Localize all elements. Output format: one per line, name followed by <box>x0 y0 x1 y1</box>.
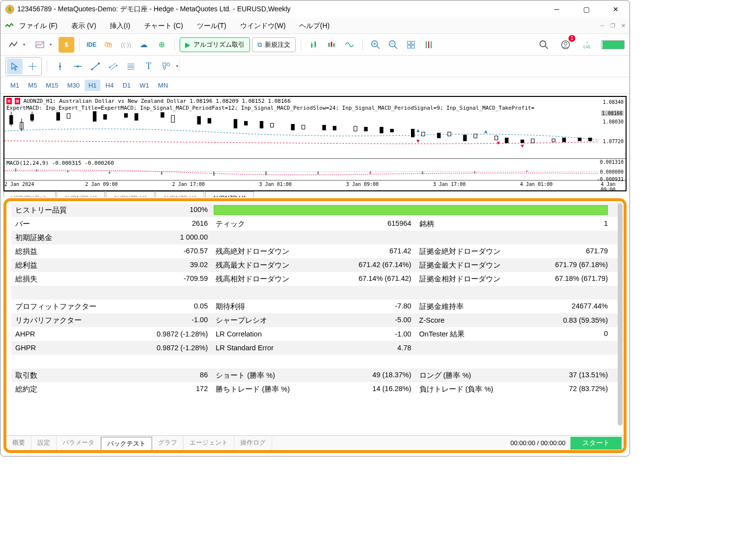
report-row <box>11 355 619 368</box>
chart-tab[interactable]: AUDNZD,H1 <box>57 191 105 197</box>
dollar-button[interactable]: $ <box>59 37 74 53</box>
svg-rect-69 <box>333 126 336 130</box>
signal-button[interactable]: ((·)) <box>118 37 134 53</box>
candles-up-icon[interactable] <box>306 37 322 53</box>
menu-view[interactable]: 表示 (V) <box>71 22 96 30</box>
svg-rect-67 <box>302 125 305 129</box>
chart-tab[interactable]: AUDNZD,H1 <box>106 191 155 197</box>
vps-button[interactable]: ☁ <box>136 37 152 53</box>
timeframe-M1[interactable]: M1 <box>6 80 23 91</box>
text-tool[interactable]: T <box>141 59 157 74</box>
report-tab-概要[interactable]: 概要 <box>6 436 32 450</box>
svg-rect-72 <box>380 127 383 133</box>
shapes-dropdown[interactable] <box>158 59 174 74</box>
svg-rect-83 <box>531 139 534 143</box>
timeframe-M30[interactable]: M30 <box>63 80 83 91</box>
timeframe-M5[interactable]: M5 <box>24 80 41 91</box>
svg-rect-55 <box>103 115 106 120</box>
report-row: AHPR0.9872 (-1.28%)LR Correlation-1.00On… <box>11 327 619 341</box>
mt5-icon <box>4 22 13 30</box>
menubar: ファイル (F) 表示 (V) 挿入(I) チャート (C) ツール(T) ウイ… <box>0 18 630 34</box>
svg-point-24 <box>562 41 569 49</box>
xaxis-tick: 4 Jan 01:00 <box>520 182 552 187</box>
child-minimize-icon[interactable]: ─ <box>600 23 604 29</box>
alerts-button[interactable] <box>558 37 573 53</box>
report-tab-パラメータ[interactable]: パラメータ <box>57 436 101 450</box>
timeframe-H4[interactable]: H4 <box>101 80 118 91</box>
cursor-tool[interactable] <box>7 59 23 74</box>
report-tab-バックテスト[interactable]: バックテスト <box>101 437 152 451</box>
maximize-button[interactable]: ▢ <box>577 5 595 13</box>
timeframe-H1[interactable]: H1 <box>85 80 101 91</box>
timeframe-D1[interactable]: D1 <box>119 80 135 91</box>
algo-trading-button[interactable]: ▶アルゴリズム取引 <box>180 37 250 52</box>
svg-point-25 <box>564 42 567 45</box>
child-close-icon[interactable]: ✕ <box>621 23 626 29</box>
menu-window[interactable]: ウインドウ(W) <box>240 22 286 30</box>
svg-line-32 <box>92 63 99 69</box>
chart-indicator-pane[interactable]: MACD(12,24,9) -0.000315 -0.000260 0.0013… <box>4 159 626 181</box>
candles-mixed-icon[interactable] <box>324 37 340 53</box>
minimize-button[interactable]: ─ <box>548 5 566 13</box>
chart-yaxis-main: 1.08340 1.08166 1.08030 1.07720 <box>599 97 626 158</box>
report-tab-操作ログ[interactable]: 操作ログ <box>234 436 272 450</box>
report-tab-グラフ[interactable]: グラフ <box>152 436 184 450</box>
chart-tab[interactable]: AUDNZD,H1 <box>205 191 254 197</box>
app-icon: 5 <box>5 5 14 14</box>
chart-tab[interactable]: AUDNZD,H1 <box>156 191 204 197</box>
chart-tab[interactable]: USDJPY,Daily <box>3 191 56 197</box>
zoom-in-button[interactable] <box>368 37 383 53</box>
timeframe-M15[interactable]: M15 <box>42 80 62 91</box>
crosshair-tool[interactable] <box>25 59 40 74</box>
indicators-dropdown[interactable] <box>32 37 48 53</box>
report-row <box>11 286 619 300</box>
vline-tool[interactable] <box>52 59 68 74</box>
backtest-report[interactable]: ヒストリー品質100% バー2616ティック615964銘柄1初期証拠金1 00… <box>6 201 624 435</box>
bars-icon[interactable] <box>421 37 437 53</box>
svg-rect-64 <box>260 122 263 128</box>
chart-main-pane[interactable]: ≡ ⊞ AUDNZD_H1: Australian Dollar vs New … <box>4 97 626 159</box>
connection-indicator[interactable] <box>601 40 625 49</box>
search-button[interactable] <box>536 37 552 53</box>
market-button[interactable]: 🛍 <box>100 37 116 53</box>
start-button[interactable]: スタート <box>570 437 622 450</box>
menu-file[interactable]: ファイル (F) <box>19 22 58 30</box>
menu-help[interactable]: ヘルプ(H) <box>299 22 329 30</box>
svg-line-23 <box>545 46 548 49</box>
chart-yaxis-ind: 0.001310 0.000000 -0.000931 <box>599 159 626 180</box>
channel-tool[interactable] <box>105 59 121 74</box>
grid-button[interactable] <box>403 37 419 53</box>
svg-rect-6 <box>331 42 332 47</box>
ide-button[interactable]: IDE <box>85 37 98 53</box>
fib-tool[interactable] <box>123 59 139 74</box>
timeframe-W1[interactable]: W1 <box>136 80 154 91</box>
trendline-tool[interactable] <box>88 59 103 74</box>
svg-rect-78 <box>463 135 466 141</box>
drawing-toolbar: T <box>0 56 630 77</box>
chart-area[interactable]: ≡ ⊞ AUDNZD_H1: Australian Dollar vs New … <box>3 96 627 191</box>
child-restore-icon[interactable]: ❐ <box>610 23 615 29</box>
report-tab-エージェント[interactable]: エージェント <box>184 436 234 450</box>
svg-rect-82 <box>521 140 524 143</box>
close-button[interactable]: ✕ <box>607 5 625 13</box>
hline-tool[interactable] <box>70 59 86 74</box>
new-order-button[interactable]: ⧉新規注文 <box>252 37 296 52</box>
chart-type-dropdown[interactable] <box>5 37 21 53</box>
svg-point-22 <box>540 41 546 47</box>
menu-tool[interactable]: ツール(T) <box>197 22 226 30</box>
new-order-label: 新規注文 <box>265 40 290 49</box>
svg-rect-62 <box>234 120 237 128</box>
svg-line-13 <box>395 46 397 49</box>
history-quality-bar <box>214 205 608 215</box>
wave-icon[interactable] <box>342 37 357 53</box>
report-tab-設定[interactable]: 設定 <box>32 436 57 450</box>
report-row: プロフィットファクター0.05期待利得-7.80証拠金維持率24677.44% <box>11 300 619 313</box>
zoom-out-button[interactable] <box>385 37 401 53</box>
svg-rect-101 <box>317 171 319 174</box>
algo-trading-label: アルゴリズム取引 <box>193 40 245 49</box>
svg-point-29 <box>59 65 61 67</box>
vps-add-button[interactable]: ⊕ <box>154 37 169 53</box>
timeframe-MN[interactable]: MN <box>154 80 172 91</box>
menu-chart[interactable]: チャート (C) <box>144 22 183 30</box>
menu-insert[interactable]: 挿入(I) <box>110 22 130 30</box>
